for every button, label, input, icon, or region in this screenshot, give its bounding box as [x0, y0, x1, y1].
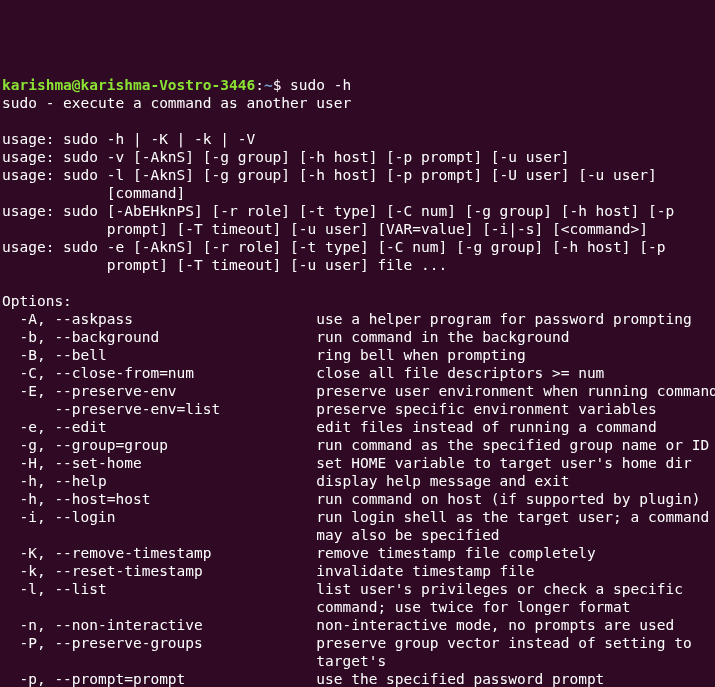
- option-row: -p, --prompt=prompt use the specified pa…: [2, 671, 604, 687]
- option-row: -i, --login run login shell as the targe…: [2, 509, 709, 525]
- usage-line: usage: sudo [-AbEHknPS] [-r role] [-t ty…: [2, 203, 674, 219]
- option-row: command; use twice for longer format: [2, 599, 631, 615]
- sudo-header: sudo - execute a command as another user: [2, 95, 351, 111]
- option-row: -h, --help display help message and exit: [2, 473, 569, 489]
- usage-line: prompt] [-T timeout] [-u user] file ...: [2, 257, 447, 273]
- option-row: -C, --close-from=num close all file desc…: [2, 365, 604, 381]
- usage-line: usage: sudo -h | -K | -k | -V: [2, 131, 255, 147]
- option-row: target's: [2, 653, 386, 669]
- option-row: -B, --bell ring bell when prompting: [2, 347, 526, 363]
- usage-line: usage: sudo -e [-AknS] [-r role] [-t typ…: [2, 239, 665, 255]
- option-row: -k, --reset-timestamp invalidate timesta…: [2, 563, 535, 579]
- option-row: -e, --edit edit files instead of running…: [2, 419, 657, 435]
- option-row: -b, --background run command in the back…: [2, 329, 569, 345]
- usage-line: prompt] [-T timeout] [-u user] [VAR=valu…: [2, 221, 648, 237]
- option-row: -P, --preserve-groups preserve group vec…: [2, 635, 692, 651]
- option-row: -E, --preserve-env preserve user environ…: [2, 383, 715, 399]
- usage-line: [command]: [2, 185, 185, 201]
- typed-command: sudo -h: [290, 77, 351, 93]
- prompt-colon: :: [255, 77, 264, 93]
- prompt-user-host: karishma@karishma-Vostro-3446: [2, 77, 255, 93]
- option-row: may also be specified: [2, 527, 500, 543]
- option-row: -K, --remove-timestamp remove timestamp …: [2, 545, 596, 561]
- option-row: -H, --set-home set HOME variable to targ…: [2, 455, 692, 471]
- prompt-cwd: ~: [264, 77, 273, 93]
- prompt-dollar: $: [273, 77, 290, 93]
- options-header: Options:: [2, 293, 72, 309]
- option-row: -n, --non-interactive non-interactive mo…: [2, 617, 674, 633]
- option-row: -g, --group=group run command as the spe…: [2, 437, 709, 453]
- option-row: -A, --askpass use a helper program for p…: [2, 311, 692, 327]
- option-row: -l, --list list user's privileges or che…: [2, 581, 683, 597]
- option-row: --preserve-env=list preserve specific en…: [2, 401, 657, 417]
- option-row: -h, --host=host run command on host (if …: [2, 491, 700, 507]
- usage-line: usage: sudo -v [-AknS] [-g group] [-h ho…: [2, 149, 569, 165]
- terminal-output[interactable]: karishma@karishma-Vostro-3446:~$ sudo -h…: [2, 76, 713, 687]
- usage-line: usage: sudo -l [-AknS] [-g group] [-h ho…: [2, 167, 657, 183]
